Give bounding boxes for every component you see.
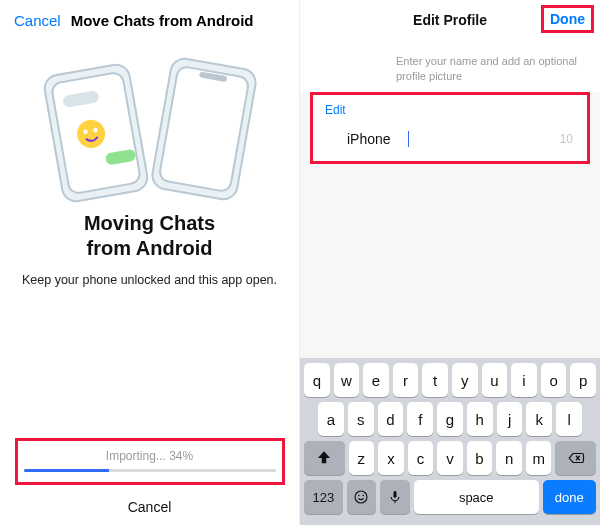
name-input[interactable]: iPhone xyxy=(347,131,407,147)
key-t[interactable]: t xyxy=(422,363,448,397)
progress-bar xyxy=(24,469,276,472)
keyboard-row-1: qwertyuiop xyxy=(304,363,596,397)
app-container: Cancel Move Chats from Android M xyxy=(0,0,600,525)
name-char-remaining: 10 xyxy=(560,132,573,146)
key-h[interactable]: h xyxy=(467,402,493,436)
key-r[interactable]: r xyxy=(393,363,419,397)
shift-key[interactable] xyxy=(304,441,345,475)
key-f[interactable]: f xyxy=(407,402,433,436)
key-k[interactable]: k xyxy=(526,402,552,436)
space-key[interactable]: space xyxy=(414,480,539,514)
done-button[interactable]: Done xyxy=(550,11,585,27)
emoji-key[interactable] xyxy=(347,480,377,514)
instruction-text: Keep your phone unlocked and this app op… xyxy=(22,273,277,287)
key-y[interactable]: y xyxy=(452,363,478,397)
key-w[interactable]: w xyxy=(334,363,360,397)
profile-hint: Enter your name and add an optional prof… xyxy=(300,40,600,92)
keyboard-row-4: 123 space done xyxy=(304,480,596,514)
key-d[interactable]: d xyxy=(378,402,404,436)
key-l[interactable]: l xyxy=(556,402,582,436)
numbers-key[interactable]: 123 xyxy=(304,480,343,514)
key-j[interactable]: j xyxy=(497,402,523,436)
cancel-button-bottom[interactable]: Cancel xyxy=(128,499,172,515)
key-x[interactable]: x xyxy=(378,441,404,475)
moving-chats-heading: Moving Chats from Android xyxy=(84,211,215,261)
key-a[interactable]: a xyxy=(318,402,344,436)
emoji-icon xyxy=(352,488,370,506)
keyboard-row-2: asdfghjkl xyxy=(304,402,596,436)
key-m[interactable]: m xyxy=(526,441,552,475)
phones-illustration xyxy=(35,47,265,207)
svg-point-10 xyxy=(355,491,367,503)
svg-point-11 xyxy=(358,495,360,497)
key-v[interactable]: v xyxy=(437,441,463,475)
left-header: Cancel Move Chats from Android xyxy=(14,12,285,29)
key-o[interactable]: o xyxy=(541,363,567,397)
done-highlight: Done xyxy=(541,5,594,33)
key-z[interactable]: z xyxy=(349,441,375,475)
backspace-key[interactable] xyxy=(555,441,596,475)
svg-point-12 xyxy=(363,495,365,497)
shift-icon xyxy=(315,449,333,467)
name-edit-block: Edit iPhone 10 xyxy=(310,92,590,164)
key-i[interactable]: i xyxy=(511,363,537,397)
right-header: Edit Profile Done xyxy=(300,0,600,40)
left-header-title: Move Chats from Android xyxy=(71,12,254,29)
key-q[interactable]: q xyxy=(304,363,330,397)
edit-profile-pane: Edit Profile Done Enter your name and ad… xyxy=(300,0,600,525)
key-b[interactable]: b xyxy=(467,441,493,475)
keyboard-done-key[interactable]: done xyxy=(543,480,596,514)
text-caret xyxy=(408,131,409,147)
mic-key[interactable] xyxy=(380,480,410,514)
right-header-title: Edit Profile xyxy=(413,12,487,28)
cancel-button-top[interactable]: Cancel xyxy=(14,12,61,29)
keyboard-row-3: zxcvbnm xyxy=(304,441,596,475)
mic-icon xyxy=(386,488,404,506)
progress-fill xyxy=(24,469,110,472)
heading-line-2: from Android xyxy=(87,237,213,259)
name-input-row[interactable]: iPhone 10 xyxy=(313,121,587,161)
key-p[interactable]: p xyxy=(570,363,596,397)
progress-label: Importing... 34% xyxy=(24,449,276,463)
edit-photo-link[interactable]: Edit xyxy=(313,95,587,121)
key-n[interactable]: n xyxy=(496,441,522,475)
key-c[interactable]: c xyxy=(408,441,434,475)
key-s[interactable]: s xyxy=(348,402,374,436)
import-progress-block: Importing... 34% xyxy=(15,438,285,485)
key-u[interactable]: u xyxy=(482,363,508,397)
svg-rect-13 xyxy=(394,491,397,498)
heading-line-1: Moving Chats xyxy=(84,212,215,234)
move-chats-pane: Cancel Move Chats from Android M xyxy=(0,0,300,525)
backspace-icon xyxy=(567,449,585,467)
key-g[interactable]: g xyxy=(437,402,463,436)
ios-keyboard: qwertyuiop asdfghjkl zxcvbnm 123 xyxy=(300,358,600,525)
key-e[interactable]: e xyxy=(363,363,389,397)
